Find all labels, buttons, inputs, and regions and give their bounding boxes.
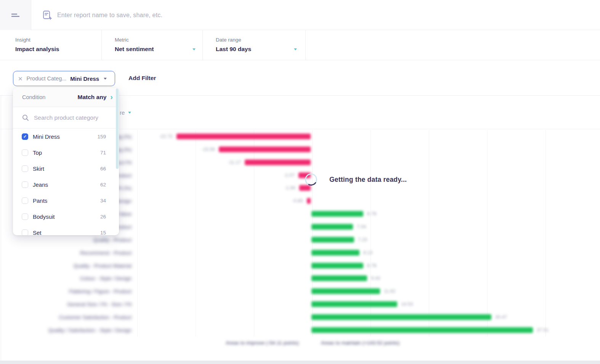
option-label: Top [33, 149, 100, 156]
filter-chip-category: Product Categ... [27, 75, 67, 82]
controls-bar: Insight Impact analysis Metric Net senti… [0, 30, 600, 60]
option-count: 15 [100, 230, 106, 236]
positive-bar [311, 301, 397, 307]
category-label: Quality - Product Material [74, 263, 132, 268]
checkbox-icon[interactable] [22, 213, 28, 220]
remove-filter-icon[interactable]: ✕ [18, 76, 23, 82]
positive-bar [311, 327, 533, 333]
category-option-list: ✓Mini Dress159Top71Skirt66Jeans62Pants34… [13, 128, 119, 235]
axis-caption: Areas to maintain (+143.52 points) [321, 340, 400, 346]
positive-bar [311, 263, 363, 268]
chevron-down-icon [104, 78, 107, 80]
option-label: Bodysuit [33, 213, 100, 220]
date-range-dropdown[interactable]: Date range Last 90 days [216, 30, 297, 60]
bar-value: 30.47 [495, 314, 507, 320]
metric-dropdown[interactable]: Metric Net sentiment [115, 30, 196, 60]
category-option[interactable]: Bodysuit26 [13, 208, 119, 224]
option-count: 66 [100, 166, 106, 172]
checkbox-icon[interactable] [22, 181, 28, 188]
option-label: Mini Dress [33, 133, 97, 140]
option-count: 62 [100, 182, 106, 188]
category-option[interactable]: Top71 [13, 144, 119, 160]
category-search-input[interactable]: Search product category [13, 107, 119, 128]
report-name-field[interactable]: Enter report name to save, share, etc. [38, 0, 162, 30]
checkbox-icon[interactable] [22, 165, 28, 172]
chart-groupby-label-fragment: re [120, 109, 125, 116]
negative-bar [245, 159, 311, 165]
checkbox-icon[interactable] [22, 229, 28, 236]
bar-value: -1.94 [284, 185, 295, 191]
bar-value: 8.78 [367, 263, 376, 268]
menu-lines-icon [11, 12, 20, 19]
loading-overlay: Getting the data ready... [305, 173, 407, 186]
positive-bar [311, 211, 363, 217]
positive-bar [311, 224, 353, 229]
product-category-filter-chip[interactable]: ✕ Product Categ... Mini Dress [13, 71, 115, 86]
insight-control[interactable]: Insight Impact analysis [15, 30, 59, 60]
checkbox-checked-icon[interactable]: ✓ [22, 133, 28, 140]
category-option[interactable]: Jeans62 [13, 176, 119, 192]
negative-bar [307, 198, 311, 204]
chart-row: Customer Satisfaction - Product30.47 [0, 311, 600, 324]
date-range-value: Last 90 days [216, 46, 251, 53]
report-name-placeholder: Enter report name to save, share, etc. [57, 12, 162, 19]
metric-value: Net sentiment [115, 46, 154, 53]
product-category-dropdown: Condition Match any › Search product cat… [13, 88, 119, 235]
category-option[interactable]: Pants34 [13, 192, 119, 208]
option-count: 26 [100, 214, 106, 220]
checkbox-icon[interactable] [22, 197, 28, 204]
negative-bar [299, 185, 311, 191]
category-label: Quality / Satisfaction - Style / Design [48, 327, 132, 333]
bar-value: -2.07 [284, 173, 295, 178]
category-label: Recommend - Product [80, 250, 132, 255]
negative-bar [219, 146, 311, 152]
loading-text: Getting the data ready... [329, 176, 407, 184]
bottom-strip [0, 361, 600, 364]
category-option[interactable]: ✓Mini Dress159 [13, 128, 119, 144]
chevron-right-icon: › [110, 93, 113, 101]
bar-value: -11.17 [228, 160, 241, 165]
chart-row: General Size / Fit - Size / Fit14.53 [0, 298, 600, 311]
bar-value: 7.23 [358, 237, 367, 242]
divider [305, 30, 306, 60]
bar-value: 8.78 [367, 211, 376, 216]
positive-bar [311, 237, 354, 242]
chevron-down-icon [193, 48, 196, 50]
positive-bar [311, 314, 491, 320]
report-add-icon [43, 10, 52, 21]
top-bar: Enter report name to save, share, etc. [0, 0, 600, 30]
negative-bar [176, 134, 311, 140]
add-filter-button[interactable]: Add Filter [128, 75, 156, 82]
condition-row[interactable]: Condition Match any › [13, 88, 119, 107]
positive-bar [311, 250, 359, 255]
chart-row: Colour - Style / Design9.43 [0, 272, 600, 285]
category-label: Flattering / Figure - Product [69, 289, 132, 294]
bar-value: 9.43 [371, 276, 380, 281]
chevron-down-icon [294, 48, 297, 50]
scrollbar-thumb[interactable] [116, 88, 119, 169]
option-label: Skirt [33, 165, 100, 172]
category-option[interactable]: Skirt66 [13, 160, 119, 176]
menu-button[interactable] [0, 0, 31, 30]
loading-spinner-icon [303, 172, 318, 187]
chart-groupby-dropdown[interactable]: re [120, 109, 131, 116]
insight-label: Insight [15, 37, 59, 43]
checkbox-icon[interactable] [22, 149, 28, 156]
positive-bar [311, 276, 367, 281]
bar-value: 7.04 [357, 224, 366, 229]
bar-value: -22.72 [159, 134, 173, 139]
divider [202, 30, 203, 60]
option-count: 159 [97, 134, 106, 140]
positive-bar [311, 289, 380, 294]
search-placeholder: Search product category [34, 114, 98, 121]
bar-value: 37.51 [537, 327, 549, 333]
bar-value: 14.53 [401, 301, 413, 307]
option-count: 71 [100, 150, 106, 156]
filter-chip-value: Mini Dress [70, 75, 99, 82]
category-option[interactable]: Set15 [13, 224, 119, 235]
insight-value: Impact analysis [15, 46, 59, 53]
condition-label: Condition [22, 94, 78, 100]
category-label: General Size / Fit - Size / Fit [67, 301, 132, 307]
category-label: Quality - Product [93, 237, 132, 242]
chevron-down-icon [128, 112, 131, 114]
